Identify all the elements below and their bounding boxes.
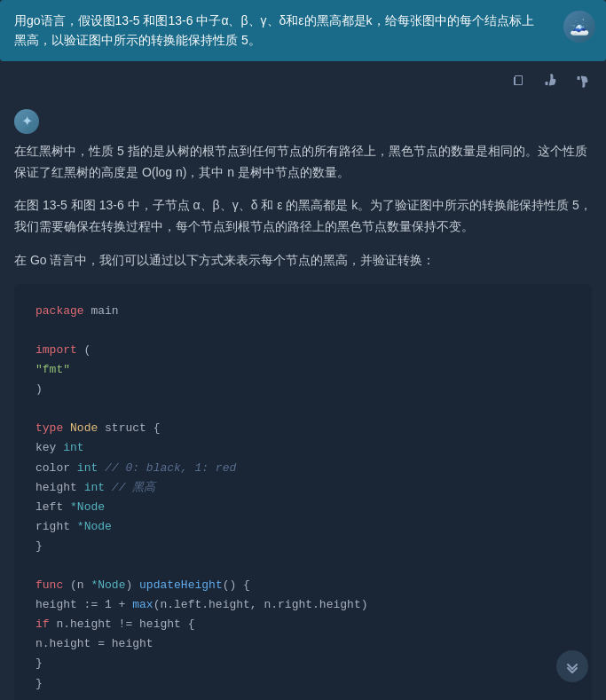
code-line: }: [35, 654, 571, 673]
code-line: [35, 694, 571, 700]
code-line: "fmt": [35, 360, 571, 380]
action-bar: [0, 61, 606, 100]
code-line: import (: [35, 341, 571, 360]
thumbs-down-icon[interactable]: [571, 68, 595, 93]
code-line: height int // 黑高: [35, 478, 571, 498]
code-line: n.height = height: [35, 634, 571, 654]
code-block: package main import ( "fmt") type Node s…: [14, 284, 592, 700]
scroll-down-button[interactable]: [556, 650, 588, 682]
code-line: height := 1 + max(n.left.height, n.right…: [35, 595, 571, 615]
chat-avatar: ✦: [14, 109, 39, 134]
code-line: package main: [35, 302, 571, 321]
code-line: right *Node: [35, 517, 571, 537]
paragraph-3: 在 Go 语言中，我们可以通过以下方式来表示每个节点的黑高，并验证转换：: [14, 250, 592, 271]
chat-bubble: ✦: [0, 100, 606, 141]
code-line: if n.height != height {: [35, 615, 571, 634]
main-content: 在红黑树中，性质 5 指的是从树的根节点到任何节点的所有路径上，黑色节点的数量是…: [0, 141, 606, 700]
paragraph-1: 在红黑树中，性质 5 指的是从树的根节点到任何节点的所有路径上，黑色节点的数量是…: [14, 141, 592, 184]
code-line: [35, 321, 571, 341]
code-line: color int // 0: black, 1: red: [35, 459, 571, 478]
copy-icon[interactable]: [507, 68, 531, 93]
top-banner-avatar: 🗻: [563, 11, 595, 43]
code-line: [35, 556, 571, 576]
code-line: [35, 399, 571, 419]
thumbs-up-icon[interactable]: [539, 68, 563, 93]
code-line: }: [35, 537, 571, 556]
code-line: left *Node: [35, 498, 571, 517]
code-line: key int: [35, 438, 571, 458]
code-line: }: [35, 674, 571, 694]
top-banner: 用go语言，假设图13-5 和图13-6 中子α、β、γ、δ和ε的黑高都是k，给…: [0, 0, 606, 61]
code-line: type Node struct {: [35, 419, 571, 438]
code-line: func (n *Node) updateHeight() {: [35, 576, 571, 595]
top-banner-text: 用go语言，假设图13-5 和图13-6 中子α、β、γ、δ和ε的黑高都是k，给…: [14, 11, 592, 51]
code-line: ): [35, 380, 571, 399]
paragraph-2: 在图 13-5 和图 13-6 中，子节点 α、β、γ、δ 和 ε 的黑高都是 …: [14, 195, 592, 238]
